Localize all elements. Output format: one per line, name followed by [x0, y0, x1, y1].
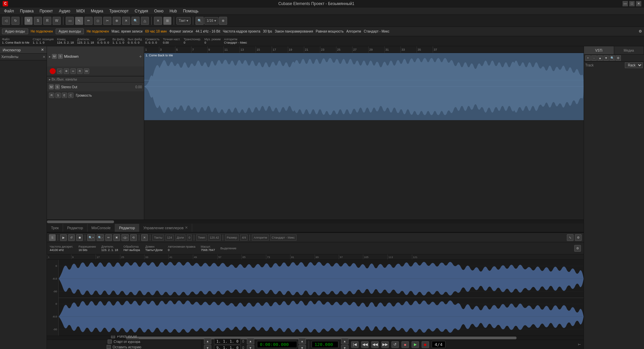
track-w-btn[interactable]: W	[84, 68, 89, 74]
menu-audio[interactable]: Аудио	[56, 8, 73, 14]
up-arrow-btn-2[interactable]: ▲	[247, 338, 254, 344]
window-controls[interactable]: — □ ✕	[623, 1, 641, 6]
track-record-btn[interactable]	[50, 68, 56, 74]
track-freeze-btn[interactable]: ❄	[64, 68, 69, 74]
fast-forward-btn[interactable]: ▶▶	[381, 341, 389, 348]
loop-btn[interactable]: ↺	[68, 234, 75, 241]
forward-button[interactable]: ↻	[11, 17, 19, 25]
menu-window[interactable]: Окно	[152, 8, 166, 14]
hitpoints-close[interactable]: ✕	[43, 55, 45, 59]
mode-w[interactable]: W	[53, 17, 61, 25]
maximize-button[interactable]: □	[629, 1, 635, 6]
menu-edit[interactable]: Правка	[17, 8, 37, 14]
down-arrow-btn[interactable]: ▼	[204, 345, 211, 349]
bottom-waveform[interactable]: 0 -6.0 -00 0 -6.0 -00 Начало Фрагмента К…	[47, 260, 584, 336]
menu-transport[interactable]: Транспорт	[107, 8, 131, 14]
goto-end-btn[interactable]: ◀◀	[361, 341, 369, 348]
rack-dropdown[interactable]: Rack	[625, 62, 643, 68]
right-add-btn[interactable]: +	[585, 55, 591, 61]
waveform-display[interactable]: Начало Фрагмента Конец Фрагмента	[59, 260, 584, 336]
tool-select[interactable]: ▭	[66, 17, 74, 25]
scrub-btn[interactable]: ◁▷	[121, 234, 129, 241]
bottom-scroll-thumb[interactable]	[126, 337, 517, 339]
settings-icon[interactable]: ⚙	[639, 29, 642, 34]
mode-m[interactable]: M	[24, 17, 33, 25]
audio-in-btn[interactable]: Аудио входы	[2, 29, 28, 34]
track-monitor-btn[interactable]: ◁	[57, 68, 62, 74]
rec-btn[interactable]: ⏺	[76, 234, 83, 241]
snap-on[interactable]: ⊞	[163, 17, 171, 25]
tab-editor-2[interactable]: Редактор	[115, 224, 139, 232]
bi-settings[interactable]: ⚙	[574, 245, 581, 252]
tool-comp[interactable]: △	[141, 17, 149, 25]
tab-sampler[interactable]: Управление семплеров ✕	[139, 224, 192, 232]
signature-counter[interactable]: 4/4	[432, 341, 445, 348]
pos-counter-1[interactable]: 1. 1. 1. 0	[214, 339, 241, 344]
snap-type-dropdown[interactable]: Такт ▾	[176, 17, 191, 24]
expand-btn[interactable]: ⤡	[567, 234, 574, 241]
right-search-btn[interactable]: 🔍	[609, 55, 615, 61]
audio-out-btn[interactable]: Аудио выходы	[56, 29, 84, 34]
tool-split[interactable]: ✂	[103, 17, 111, 25]
tool-erase[interactable]: ◇	[94, 17, 102, 25]
arrange-viewport[interactable]: 1 3 5 7 9 11 13 15 17 19 21 23 25 27	[144, 46, 584, 219]
quantize-search[interactable]: 🔍	[196, 17, 204, 25]
time-down-btn[interactable]: ▼	[299, 345, 306, 349]
pos-counter-2[interactable]: 9. 1. 1. 0	[214, 345, 241, 349]
mode-r[interactable]: R	[43, 17, 51, 25]
menu-project[interactable]: Проект	[37, 8, 56, 14]
tab-editor-1[interactable]: Редактор	[63, 224, 87, 232]
minimize-button[interactable]: —	[623, 1, 628, 6]
zoom-in-btn[interactable]: 🔍+	[87, 234, 95, 241]
play-transport-btn[interactable]: ▶	[412, 341, 419, 348]
tab-vsti[interactable]: VSTi	[584, 46, 614, 54]
io-ctrl-c[interactable]: C	[68, 93, 73, 98]
track-mute-btn[interactable]: M	[52, 54, 57, 59]
io-ctrl-s[interactable]: S	[55, 93, 61, 98]
right-up-btn[interactable]: ▲	[597, 55, 603, 61]
menu-studio[interactable]: Студия	[132, 8, 151, 14]
io-ctrl-e[interactable]: E	[62, 93, 67, 98]
up-arrow-btn[interactable]: ▲	[204, 338, 211, 344]
menu-file[interactable]: Файл	[1, 8, 17, 14]
right-settings-btn[interactable]: ⚙	[615, 55, 621, 61]
track-add-icon[interactable]: +	[139, 54, 142, 59]
menu-hub[interactable]: Hub	[167, 8, 179, 14]
loop-tool-btn[interactable]: ⟲	[130, 234, 137, 241]
snap-off[interactable]: ✕	[154, 17, 162, 25]
tab-sampler-close[interactable]: ✕	[185, 226, 188, 230]
right-down-btn[interactable]: ▼	[603, 55, 609, 61]
io-solo-btn[interactable]: S	[55, 85, 60, 89]
tempo-up-btn[interactable]: ▲	[341, 338, 348, 344]
zoom-out-btn[interactable]: 🔍-	[97, 234, 104, 241]
io-mute-btn[interactable]: M	[49, 85, 54, 89]
mode-s[interactable]: S	[34, 17, 42, 25]
track-r-btn[interactable]: R	[77, 68, 83, 74]
back-button[interactable]: ◁	[2, 17, 10, 25]
tool-cursor[interactable]: ↖	[75, 17, 83, 25]
track-solo-btn[interactable]: S	[58, 54, 63, 59]
waveform-track[interactable]: 1. Come Back to Me	[144, 53, 584, 120]
quantize-dropdown[interactable]: 1/16 ▾	[204, 17, 218, 24]
punch-checkbox-3[interactable]	[107, 345, 111, 349]
settings-btn2[interactable]: ⚙	[575, 234, 582, 241]
tab-track[interactable]: Трек	[47, 224, 63, 232]
tool-zoom[interactable]: 🔍	[131, 17, 140, 25]
tool-glue[interactable]: ⊕	[113, 17, 121, 25]
menu-midi[interactable]: MIDI	[73, 8, 87, 14]
tab-media[interactable]: Медиа	[614, 46, 644, 54]
down-arrow-btn-2[interactable]: ▼	[247, 345, 254, 349]
scrollbar-thumb-arrange[interactable]	[47, 220, 114, 223]
tab-mixconsole[interactable]: MixConsole	[88, 224, 115, 232]
arrange-scrollbar[interactable]	[47, 219, 584, 223]
sample-icon[interactable]: S	[49, 234, 56, 241]
pencil-btn[interactable]: ✏	[105, 234, 112, 241]
tool-draw[interactable]: ✏	[85, 17, 93, 25]
io-ctrl-r[interactable]: R	[49, 93, 54, 98]
stop-btn[interactable]: ■	[401, 341, 409, 348]
goto-start-btn[interactable]: |◀	[351, 341, 359, 348]
track-expand-arrow[interactable]: ▸	[49, 55, 51, 58]
close-button[interactable]: ✕	[636, 1, 641, 6]
right-remove-btn[interactable]: -	[591, 55, 597, 61]
snap-btn[interactable]: ✕	[141, 234, 148, 241]
